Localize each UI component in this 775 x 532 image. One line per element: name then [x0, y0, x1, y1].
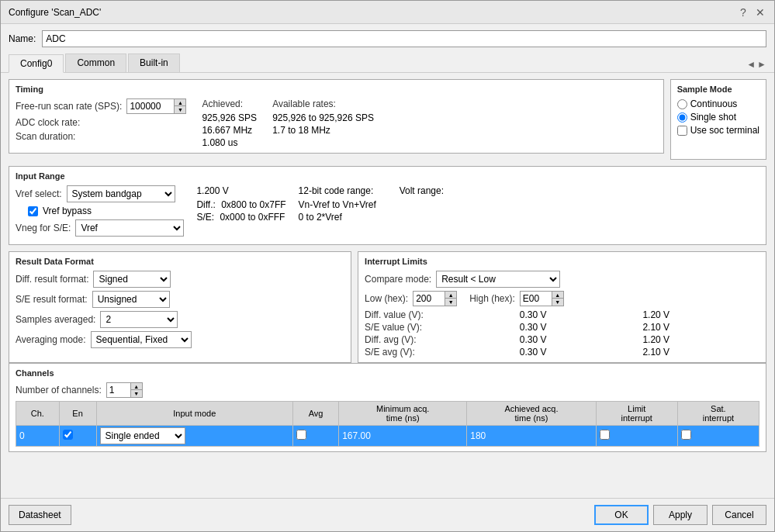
- free-run-row: Free-run scan rate (SPS): ▲ ▼: [16, 98, 186, 114]
- se-result-select[interactable]: Unsigned Signed: [92, 291, 170, 308]
- samples-row: Samples averaged: 24816: [16, 311, 344, 328]
- tab-common[interactable]: Common: [65, 54, 126, 72]
- free-run-up-button[interactable]: ▲: [175, 99, 185, 106]
- free-run-label: Free-run scan rate (SPS):: [16, 101, 122, 112]
- tab-builtin[interactable]: Built-in: [128, 54, 180, 72]
- input-range-content: Vref select: System bandgap External VDD…: [16, 185, 759, 240]
- compare-select[interactable]: Result < Low Result > High Result < Low …: [436, 271, 560, 288]
- row-limit-checkbox[interactable]: [600, 430, 610, 440]
- timing-content: Free-run scan rate (SPS): ▲ ▼ ADC clock …: [16, 98, 657, 148]
- continuous-radio[interactable]: [677, 99, 687, 109]
- low-spinbox: ▲ ▼: [413, 291, 457, 306]
- num-channels-spinbox-buttons: ▲ ▼: [130, 383, 142, 397]
- samples-label: Samples averaged:: [16, 314, 95, 325]
- num-channels-down-button[interactable]: ▼: [131, 390, 142, 397]
- row-sat-checkbox[interactable]: [681, 430, 691, 440]
- low-label: Low (hex):: [365, 293, 408, 304]
- interrupt-title: Interrupt Limits: [365, 257, 759, 266]
- interrupt-section: Interrupt Limits Compare mode: Result < …: [358, 251, 766, 363]
- achieved-value: 925,926 SPS: [202, 112, 257, 123]
- free-run-input[interactable]: [127, 99, 174, 113]
- timing-section: Timing Free-run scan rate (SPS): ▲ ▼: [9, 79, 664, 154]
- scan-duration-value: 1.080 us: [202, 137, 257, 148]
- col-avg: Avg: [293, 402, 339, 426]
- input-range-title: Input Range: [16, 171, 759, 181]
- se-result-label: S/E result format:: [16, 294, 88, 305]
- cancel-button[interactable]: Cancel: [712, 505, 766, 525]
- samples-select[interactable]: 24816: [100, 311, 178, 328]
- scan-duration-label: Scan duration:: [16, 131, 75, 142]
- code-range-header: 12-bit code range: Volt range:: [299, 185, 444, 196]
- datasheet-button[interactable]: Datasheet: [9, 505, 71, 525]
- vneg-label: Vneg for S/E:: [16, 223, 71, 233]
- low-input[interactable]: [413, 292, 445, 306]
- free-run-spinbox: ▲ ▼: [126, 98, 186, 114]
- diff-avg-low: 0.30 V: [520, 334, 637, 345]
- vref-bypass-row: Vref bypass: [28, 206, 184, 216]
- tab-list: Config0 Common Built-in: [9, 54, 182, 72]
- se-volt-row: 0 to 2*Vref: [299, 212, 444, 223]
- adc-clock-value-text: 16.667 MHz: [202, 125, 252, 136]
- se-avg-label: S/E avg (V):: [365, 347, 514, 358]
- channels-section: Channels Number of channels: ▲ ▼ Ch. En: [9, 363, 766, 452]
- vneg-select[interactable]: Vref GND: [75, 219, 184, 237]
- row-en-checkbox[interactable]: [63, 430, 73, 440]
- help-button[interactable]: ?: [737, 6, 749, 19]
- footer-right: OK Apply Cancel: [594, 505, 766, 525]
- name-row: Name:: [1, 24, 774, 54]
- name-input[interactable]: [42, 30, 766, 47]
- title-bar: Configure 'Scan_ADC' ? ✕: [1, 1, 774, 24]
- col-limit: Limitinterrupt: [596, 402, 677, 426]
- adc-clock-range-text: 1.7 to 18 MHz: [272, 125, 330, 136]
- vref-bypass-checkbox[interactable]: [28, 206, 38, 216]
- col-en: En: [59, 402, 96, 426]
- use-soc-row: Use soc terminal: [677, 125, 759, 136]
- cell-ch: 0: [16, 426, 60, 447]
- close-button[interactable]: ✕: [754, 6, 766, 19]
- table-row[interactable]: 0 Single ended Differential 167.00 180: [16, 426, 759, 447]
- adc-clock-row: ADC clock rate:: [16, 117, 186, 128]
- high-spinbox: ▲ ▼: [520, 291, 564, 306]
- tab-prev-button[interactable]: ◄: [746, 59, 756, 70]
- cell-ach-acq: 180: [467, 426, 596, 447]
- tab-next-button[interactable]: ►: [757, 59, 766, 70]
- single-shot-radio[interactable]: [677, 112, 687, 123]
- available-value: 925,926 to 925,926 SPS: [272, 112, 374, 123]
- se-avg-high: 2.10 V: [642, 347, 759, 358]
- continuous-row: Continuous: [677, 98, 759, 109]
- vneg-row: Vneg for S/E: Vref GND: [16, 219, 184, 237]
- high-up-button[interactable]: ▲: [552, 292, 563, 299]
- col-ach-acq: Achieved acq.time (ns): [467, 402, 596, 426]
- vref-voltage-display: 1.200 V: [196, 185, 285, 196]
- vref-select[interactable]: System bandgap External VDDA: [67, 185, 175, 202]
- footer: Datasheet OK Apply Cancel: [1, 498, 774, 531]
- use-soc-checkbox[interactable]: [677, 126, 687, 136]
- low-up-button[interactable]: ▲: [445, 292, 456, 299]
- diff-value-label: Diff. value (V):: [365, 309, 514, 320]
- compare-mode-row: Compare mode: Result < Low Result > High…: [365, 271, 759, 288]
- high-input[interactable]: [521, 292, 552, 306]
- num-channels-up-button[interactable]: ▲: [131, 383, 142, 390]
- input-range-section: Input Range Vref select: System bandgap …: [9, 166, 766, 245]
- free-run-down-button[interactable]: ▼: [175, 106, 185, 113]
- high-spinbox-buttons: ▲ ▼: [552, 292, 563, 306]
- diff-result-row: Diff. result format: Signed Unsigned: [16, 271, 344, 288]
- diff-code-value: 0x800 to 0x7FF: [221, 199, 285, 210]
- ok-button[interactable]: OK: [594, 505, 649, 525]
- avg-mode-select[interactable]: Sequential, Fixed Interleaved, Fixed: [91, 331, 192, 348]
- ir-middle: 1.200 V Diff.: 0x800 to 0x7FF S/E: 0x000…: [196, 185, 285, 223]
- col-ch: Ch.: [16, 402, 60, 426]
- row-avg-checkbox[interactable]: [296, 430, 306, 440]
- row-mode-select[interactable]: Single ended Differential: [100, 427, 185, 444]
- low-down-button[interactable]: ▼: [445, 299, 456, 306]
- low-high-row: Low (hex): ▲ ▼ High (hex): ▲ ▼: [365, 291, 759, 306]
- channels-title: Channels: [16, 368, 759, 378]
- apply-button[interactable]: Apply: [653, 505, 708, 525]
- cell-sat: [677, 426, 759, 447]
- diff-result-select[interactable]: Signed Unsigned: [93, 271, 171, 288]
- se-code-row: S/E: 0x000 to 0xFFF: [196, 212, 285, 223]
- high-down-button[interactable]: ▼: [552, 299, 563, 306]
- diff-code-label: Diff.:: [196, 199, 215, 210]
- num-channels-input[interactable]: [107, 383, 130, 397]
- tab-config0[interactable]: Config0: [9, 54, 64, 73]
